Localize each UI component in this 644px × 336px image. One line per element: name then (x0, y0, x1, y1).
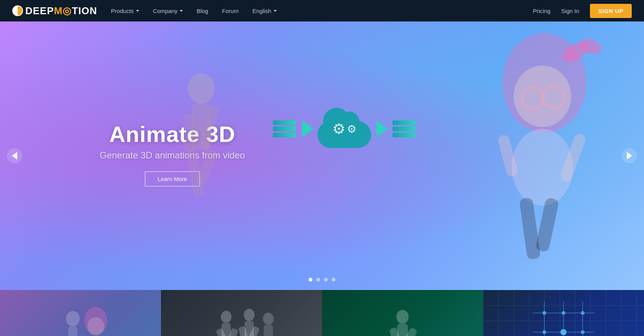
svg-point-52 (560, 329, 567, 335)
nav-item-english[interactable]: English (252, 8, 276, 14)
arrow-right (393, 120, 416, 137)
svg-rect-18 (68, 326, 77, 336)
nav-item-products[interactable]: Products (111, 8, 139, 14)
nav-label-blog: Blog (197, 8, 208, 14)
svg-point-49 (562, 311, 565, 315)
3d-character-figure (441, 21, 613, 290)
pricing-link[interactable]: Pricing (533, 8, 550, 14)
cloud-icon: ⚙ ⚙ (314, 106, 375, 152)
logo-icon (12, 5, 23, 16)
svg-rect-2 (184, 114, 194, 152)
carousel-dot-4[interactable] (332, 278, 335, 282)
arrow-head-right (376, 120, 388, 137)
nav-left: DEEPM◎TION Products Company Blog Forum E… (12, 5, 277, 17)
dancing-woman-figure (146, 29, 253, 278)
svg-rect-16 (535, 197, 559, 252)
signin-link[interactable]: Sign In (561, 8, 579, 14)
carousel-next-button[interactable] (622, 148, 637, 163)
cloud-pipeline-graphic: ⚙ ⚙ (268, 106, 420, 152)
logo[interactable]: DEEPM◎TION (12, 5, 97, 17)
svg-point-26 (221, 311, 232, 323)
arrow-head-left (302, 120, 314, 137)
svg-point-53 (581, 330, 585, 334)
nav-right: Pricing Sign In SIGN UP (533, 4, 632, 18)
hero-section: Animate 3D Generate 3D animations from v… (0, 21, 644, 290)
thumbnail-animate-3d[interactable]: ⚙⚙ ☁️ Animate 3D (0, 290, 161, 336)
chevron-down-icon (274, 10, 277, 12)
svg-point-20 (87, 317, 104, 336)
svg-point-30 (244, 309, 255, 321)
carousel-dots (309, 278, 335, 282)
svg-point-34 (263, 313, 274, 325)
svg-point-48 (542, 311, 546, 315)
nav-label-forum: Forum (222, 8, 238, 14)
svg-rect-15 (519, 197, 541, 260)
svg-point-0 (188, 73, 215, 104)
gear-icon-large: ⚙ (332, 120, 345, 137)
chevron-right-icon (627, 152, 632, 160)
thumbnail-vr-tracking[interactable]: Virtual Reality Tracking (322, 290, 483, 336)
carousel-dot-1[interactable] (309, 278, 312, 282)
svg-point-50 (581, 311, 585, 315)
nav-label-products: Products (111, 8, 134, 14)
svg-point-51 (542, 330, 546, 334)
arrow-left (273, 120, 296, 137)
svg-point-36 (396, 310, 409, 324)
carousel-dot-2[interactable] (316, 278, 320, 282)
chevron-left-icon (12, 152, 17, 160)
nav-item-blog[interactable]: Blog (197, 8, 208, 14)
product-thumbnails: ⚙⚙ ☁️ Animate 3D (0, 290, 644, 336)
logo-text: DEEPM◎TION (25, 5, 97, 17)
svg-rect-37 (397, 324, 408, 336)
gear-icon-small: ⚙ (347, 123, 356, 135)
carousel-prev-button[interactable] (7, 148, 22, 163)
thumbnail-realtime-body[interactable]: Real-Time Body Tracking (161, 290, 322, 336)
nav-item-company[interactable]: Company (153, 8, 183, 14)
svg-rect-35 (264, 325, 273, 336)
carousel-dot-3[interactable] (324, 278, 328, 282)
navbar: DEEPM◎TION Products Company Blog Forum E… (0, 0, 644, 21)
nav-label-english: English (252, 8, 271, 14)
nav-label-company: Company (153, 8, 177, 14)
thumbnail-motion-brain[interactable]: Motion Brain (483, 290, 644, 336)
chevron-down-icon (180, 10, 183, 12)
chevron-down-icon (136, 10, 139, 12)
signup-button[interactable]: SIGN UP (590, 4, 632, 18)
nav-item-forum[interactable]: Forum (222, 8, 238, 14)
svg-point-17 (66, 311, 80, 326)
